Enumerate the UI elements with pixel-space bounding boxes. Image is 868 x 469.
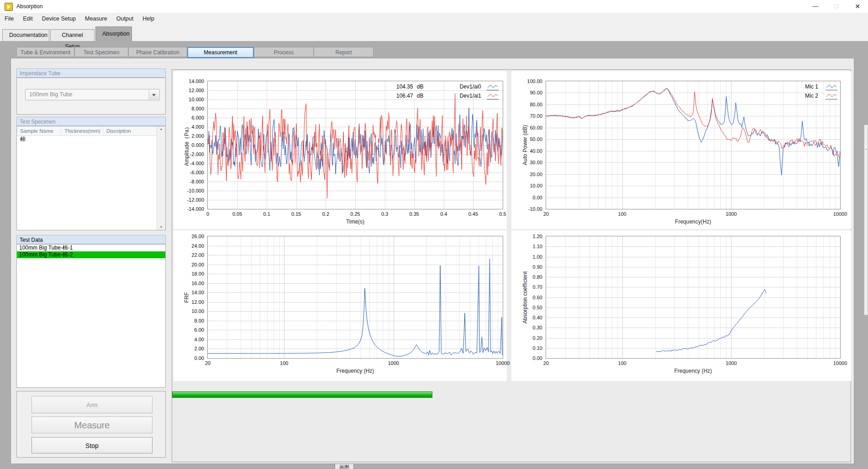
y-tick: 0.20 (511, 335, 542, 341)
cursor-readout: 106.47dB (396, 92, 438, 99)
menu-bar: FileEditDevice SetupMeasureOutputHelp (0, 13, 868, 25)
y-tick: 14.000 (174, 78, 204, 84)
y-tick: -12.000 (174, 197, 204, 203)
column-header-thickness-mm: Thickness(mm) (61, 126, 103, 135)
tube-select-value: 100mm Big Tube (29, 89, 73, 100)
tab-documentation[interactable]: Documentation (2, 29, 49, 41)
chevron-down-icon (152, 94, 156, 96)
y-tick: 0.90 (511, 264, 542, 270)
y-tick: 0.30 (511, 325, 542, 330)
y-tick: -2.000 (174, 151, 204, 157)
subtab-measurement[interactable]: Measurement (187, 47, 254, 58)
subtab-process[interactable]: Process (254, 47, 314, 57)
y-tick: 0.000 (174, 142, 204, 148)
y-tick: 2.00 (174, 346, 204, 351)
y-tick: 6.000 (174, 115, 204, 120)
legend-plot-icon[interactable] (487, 83, 499, 90)
y-tick: -8.000 (174, 179, 204, 184)
subtab-report[interactable]: Report (314, 47, 374, 57)
table-row[interactable]: 棉 (17, 135, 157, 143)
y-tick: 0.70 (511, 284, 542, 290)
scroll-down-icon[interactable]: ▼ (157, 224, 165, 230)
minimize-button[interactable]: — (805, 0, 826, 13)
x-tick: 20 (532, 211, 560, 217)
y-tick: 0.80 (511, 274, 542, 280)
y-tick: 22.00 (174, 252, 204, 258)
readout-unit: dB (417, 83, 424, 90)
legend-plot-icon[interactable] (826, 83, 837, 90)
chart-time-waveform: Amplitude（Pa）14.00012.00010.0008.0006.00… (174, 71, 507, 229)
collapse-arrow-icon: ‹ (864, 147, 868, 151)
specimen-table-scrollbar[interactable]: ▲ ▼ (157, 126, 165, 230)
y-tick: 4.000 (174, 124, 204, 130)
y-tick: 50.00 (511, 136, 542, 142)
chart-frf: FRF26.0024.0022.0020.0018.0016.0014.0012… (174, 230, 507, 381)
y-tick: 4.00 (174, 337, 204, 342)
tab-channel-setup[interactable]: Channel Setup (50, 29, 95, 41)
y-tick: 20.00 (174, 262, 204, 267)
tab-absorption[interactable]: Absorption (95, 26, 132, 41)
x-tick: 1000 (380, 360, 407, 366)
progress-bar (172, 391, 432, 398)
x-tick: 20 (194, 360, 221, 366)
y-tick: 60.00 (511, 125, 542, 130)
cell: 棉 (17, 135, 64, 143)
subtab-test-specimen[interactable]: Test Specimen (74, 47, 128, 57)
x-axis-label: Frequency(Hz) (647, 219, 739, 225)
menu-item-file[interactable]: File (0, 13, 18, 25)
chart-auto-power: Auto Power (dB)100.0090.0080.0070.0060.0… (511, 71, 851, 229)
y-tick: 12.000 (174, 88, 204, 93)
readout-unit: dB (417, 93, 424, 99)
title-bar: Absorption — □ ✕ (0, 0, 868, 13)
x-tick: 0.25 (342, 211, 369, 217)
menu-item-output[interactable]: Output (112, 13, 138, 25)
x-tick: 0 (194, 211, 221, 217)
y-tick: 1.00 (511, 254, 542, 260)
menu-item-edit[interactable]: Edit (18, 13, 37, 25)
subtab-tube-environment[interactable]: Tube & Environment (16, 47, 74, 57)
maximize-button[interactable]: □ (826, 0, 847, 13)
x-tick: 10000 (826, 360, 854, 366)
list-item[interactable]: 100mm Big Tube-棉-1 (17, 245, 165, 251)
menu-item-help[interactable]: Help (138, 13, 159, 25)
legend-label: Dev1/ai0 (447, 83, 481, 90)
y-tick: 1.10 (511, 244, 542, 249)
y-tick: 0.10 (511, 345, 542, 351)
dropdown-arrow-button[interactable] (149, 90, 159, 99)
specimen-table: Sample NameThickness(mm)Discription ▲ ▼ … (16, 126, 166, 230)
x-tick: 100 (609, 211, 636, 217)
readout-value: 104.35 (396, 83, 413, 90)
y-tick: 8.000 (174, 106, 204, 111)
bottom-tab[interactable]: 画图 (335, 464, 354, 469)
x-tick: 0.1 (253, 211, 280, 217)
test-data-list: 100mm Big Tube-棉-1100mm Big Tube-棉-2 (16, 244, 166, 388)
legend-plot-icon[interactable] (826, 92, 837, 99)
test-data-header: Test Data (16, 235, 166, 244)
stop-button[interactable]: Stop (32, 437, 153, 453)
scroll-up-icon[interactable]: ▲ (157, 126, 165, 132)
arm-button[interactable]: Arm (32, 396, 153, 413)
readout-value: 106.47 (396, 93, 413, 99)
side-scrollbar[interactable]: ‹ (864, 125, 868, 315)
y-tick: 10.00 (511, 183, 542, 188)
y-tick: 70.00 (511, 113, 542, 119)
menu-item-measure[interactable]: Measure (80, 13, 112, 25)
x-tick: 0.2 (312, 211, 339, 217)
menu-item-device-setup[interactable]: Device Setup (37, 13, 80, 25)
legend-label: Mic 1 (784, 83, 818, 90)
column-header-discription: Discription (103, 126, 157, 135)
y-tick: 30.00 (511, 160, 542, 165)
x-axis-label: Frequency (Hz) (647, 368, 739, 374)
y-tick: 26.00 (174, 234, 204, 239)
y-axis-label: Auto Power (dB) (522, 125, 528, 165)
close-button[interactable]: ✕ (847, 0, 868, 13)
list-item[interactable]: 100mm Big Tube-棉-2 (17, 251, 165, 258)
subtab-phase-calibration[interactable]: Phase Calibration (128, 47, 187, 57)
app-icon (5, 3, 13, 11)
x-tick: 1000 (717, 211, 745, 217)
legend-plot-icon[interactable] (487, 92, 499, 99)
tube-select[interactable]: 100mm Big Tube (25, 89, 160, 100)
progress-fill (173, 392, 432, 397)
y-tick: 0.50 (511, 305, 542, 310)
measure-button[interactable]: Measure (32, 417, 153, 433)
